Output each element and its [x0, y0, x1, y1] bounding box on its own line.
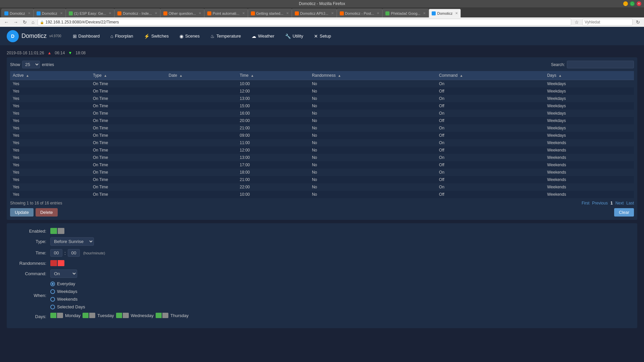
col-command[interactable]: Command ▲	[436, 71, 544, 80]
day-off-thursday	[162, 313, 168, 318]
browser-tab-t2[interactable]: Domoticz✕	[34, 9, 66, 17]
browser-tab-t4[interactable]: Domoticz - Inde...✕	[114, 9, 160, 17]
page-first[interactable]: First	[582, 201, 589, 205]
table-row[interactable]: Yes On Time 21:00 No On Weekdays	[10, 124, 634, 132]
cell-active: Yes	[10, 154, 90, 161]
nav-item-scenes[interactable]: ◉Scenes	[175, 32, 204, 41]
table-row[interactable]: Yes On Time 12:00 No Off Weekends	[10, 146, 634, 154]
browser-tab-t10[interactable]: Překladač Goog...✕	[382, 9, 429, 17]
time-hours-input[interactable]	[50, 249, 62, 257]
delete-button[interactable]: Delete	[36, 208, 58, 217]
refresh-button[interactable]: ↻	[635, 19, 641, 25]
page-previous[interactable]: Previous	[592, 201, 608, 205]
command-select[interactable]: On Off Toggle	[50, 269, 77, 278]
day-toggle-tuesday[interactable]	[83, 313, 95, 318]
tab-close-icon[interactable]: ✕	[331, 11, 334, 15]
radio-item-weekdays[interactable]: Weekdays	[50, 289, 85, 294]
nav-item-setup[interactable]: ✕Setup	[309, 32, 336, 41]
radio-input-everyday[interactable]	[50, 282, 55, 286]
day-item-tuesday: Tuesday	[83, 313, 114, 318]
radio-input-selected[interactable]	[50, 305, 55, 309]
tab-close-icon[interactable]: ✕	[286, 11, 289, 15]
browser-tab-t1[interactable]: Domoticz✕	[1, 9, 34, 17]
day-toggle-monday[interactable]	[50, 313, 63, 318]
update-button[interactable]: Update	[10, 208, 34, 217]
table-row[interactable]: Yes On Time 11:00 No On Weekends	[10, 139, 634, 146]
tab-close-icon[interactable]: ✕	[28, 11, 31, 15]
time-minutes-input[interactable]	[68, 249, 80, 257]
tab-close-icon[interactable]: ✕	[423, 11, 426, 15]
address-bar[interactable]: 🔒 192.168.1.253:8080/#/Devices/22/Timers	[38, 19, 571, 25]
cell-command: Off	[436, 117, 544, 124]
table-row[interactable]: Yes On Time 09:00 No Off Weekdays	[10, 132, 634, 139]
tab-close-icon[interactable]: ✕	[109, 11, 111, 15]
browser-tab-t8[interactable]: Domoticz API/J...✕	[292, 9, 337, 17]
entries-select[interactable]: 25 10 50 100	[22, 61, 40, 68]
table-row[interactable]: Yes On Time 22:00 No On Weekends	[10, 183, 634, 191]
day-label-monday: Monday	[65, 313, 80, 318]
clear-button[interactable]: Clear	[614, 208, 634, 217]
day-toggle-wednesday[interactable]	[116, 313, 129, 318]
table-row[interactable]: Yes On Time 15:00 No Off Weekdays	[10, 102, 634, 110]
nav-item-switches[interactable]: ⚡Switches	[139, 32, 173, 41]
browser-tab-t11[interactable]: Domoticz✕	[429, 9, 461, 17]
radio-item-weekends[interactable]: Weekends	[50, 297, 85, 302]
radio-input-weekends[interactable]	[50, 297, 55, 302]
table-row[interactable]: Yes On Time 20:00 No Off Weekdays	[10, 117, 634, 124]
radio-input-weekdays[interactable]	[50, 289, 55, 294]
tab-close-icon[interactable]: ✕	[377, 11, 379, 15]
nav-item-weather[interactable]: ☁Weather	[247, 32, 279, 41]
tab-close-icon[interactable]: ✕	[199, 11, 201, 15]
tab-close-icon[interactable]: ✕	[242, 11, 245, 15]
nav-item-utility[interactable]: 🔧Utility	[280, 32, 308, 41]
nav-item-dashboard[interactable]: ⊞Dashboard	[68, 32, 105, 41]
browser-tab-t9[interactable]: Domoticz - Post...✕	[337, 9, 383, 17]
tab-bar: Domoticz✕Domoticz✕(1) ESP Easy: Ge...✕Do…	[0, 7, 644, 17]
col-type[interactable]: Type ▲	[90, 71, 166, 80]
page-next[interactable]: Next	[615, 201, 624, 205]
close-button[interactable]: ✕	[637, 1, 641, 6]
col-active[interactable]: Active ▲	[10, 71, 90, 80]
bookmark-button[interactable]: ☆	[573, 19, 580, 25]
forward-button[interactable]: →	[12, 19, 19, 25]
table-row[interactable]: Yes On Time 10:00 No Off Weekends	[10, 191, 634, 198]
table-row[interactable]: Yes On Time 12:00 No Off Weekdays	[10, 87, 634, 95]
nav-item-floorplan[interactable]: ⌂Floorplan	[106, 32, 138, 41]
tab-close-icon[interactable]: ✕	[455, 11, 458, 15]
maximize-button[interactable]: □	[630, 1, 635, 6]
col-randomness[interactable]: Randomness ▲	[309, 71, 436, 80]
type-control: Before Sunrise After Sunrise Before Suns…	[50, 237, 94, 246]
reload-button[interactable]: ↻	[21, 19, 28, 25]
table-row[interactable]: Yes On Time 18:00 No On Weekends	[10, 169, 634, 176]
back-button[interactable]: ←	[3, 19, 10, 25]
radio-item-selected[interactable]: Selected Days	[50, 304, 85, 309]
table-row[interactable]: Yes On Time 21:00 No Off Weekends	[10, 176, 634, 183]
tab-close-icon[interactable]: ✕	[155, 11, 157, 15]
enabled-toggle[interactable]	[50, 228, 64, 234]
table-row[interactable]: Yes On Time 16:00 No On Weekdays	[10, 110, 634, 117]
table-row[interactable]: Yes On Time 13:00 No On Weekends	[10, 154, 634, 161]
minimize-button[interactable]: _	[623, 1, 628, 6]
col-time[interactable]: Time ▲	[237, 71, 309, 80]
radio-item-everyday[interactable]: Everyday	[50, 281, 85, 286]
browser-tab-t5[interactable]: Other question...✕	[160, 9, 204, 17]
page-1[interactable]: 1	[610, 201, 613, 205]
browser-search-input[interactable]	[582, 19, 633, 25]
table-row[interactable]: Yes On Time 13:00 No On Weekdays	[10, 95, 634, 102]
home-button[interactable]: ⌂	[30, 19, 36, 25]
day-toggle-thursday[interactable]	[156, 313, 168, 318]
type-select[interactable]: Before Sunrise After Sunrise Before Suns…	[50, 237, 94, 246]
tab-close-icon[interactable]: ✕	[60, 11, 63, 15]
cell-randomness: No	[309, 110, 436, 117]
browser-tab-t6[interactable]: Point automati...✕	[204, 9, 248, 17]
nav-item-temperature[interactable]: ♨Temperature	[206, 32, 246, 41]
randomness-toggle[interactable]	[50, 260, 64, 266]
table-row[interactable]: Yes On Time 17:00 No Off Weekends	[10, 161, 634, 169]
table-search-input[interactable]	[567, 61, 634, 68]
browser-tab-t3[interactable]: (1) ESP Easy: Ge...✕	[66, 9, 115, 17]
table-row[interactable]: Yes On Time 10:00 No On Weekdays	[10, 80, 634, 88]
col-days[interactable]: Days ▲	[544, 71, 634, 80]
browser-tab-t7[interactable]: Getting started...✕	[248, 9, 292, 17]
col-date[interactable]: Date ▲	[166, 71, 237, 80]
page-last[interactable]: Last	[626, 201, 634, 205]
